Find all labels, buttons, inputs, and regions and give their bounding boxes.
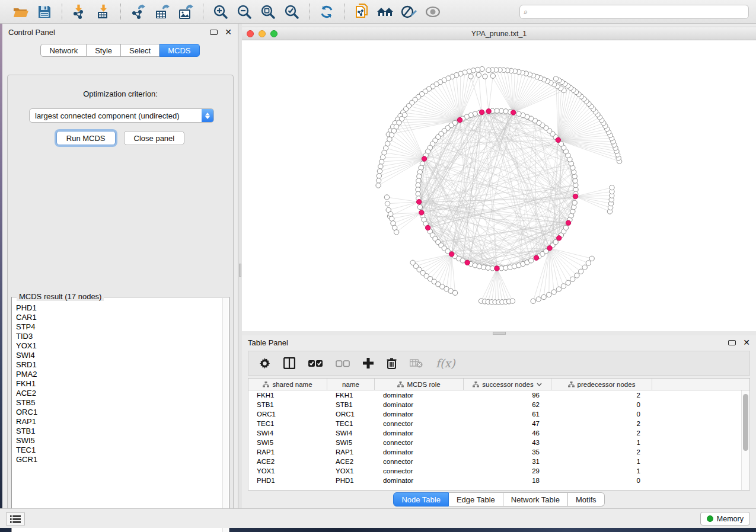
cell-shared-name: ORC1 [248, 411, 327, 418]
zoom-in-icon[interactable] [210, 3, 231, 21]
column-header-shared-name[interactable]: shared name [248, 379, 327, 390]
mcds-result-list[interactable]: PHD1CAR1STP4TID3YOX1SWI4SRD1PMA2FKH1ACE2… [12, 298, 222, 532]
node-table: shared namenameMCDS rolesuccessor nodesp… [248, 378, 750, 491]
table-row[interactable]: PHD1PHD1dominator180 [248, 476, 741, 485]
mcds-result-item[interactable]: YOX1 [16, 341, 222, 351]
table-row[interactable]: SWI5SWI5connector431 [248, 438, 741, 447]
search-field[interactable]: ⌕ [519, 5, 749, 19]
network-graph[interactable] [242, 40, 756, 331]
column-header-name[interactable]: name [327, 379, 375, 390]
cell-name: TEC1 [327, 420, 375, 427]
tab-motifs[interactable]: Motifs [568, 492, 605, 507]
table-row[interactable]: FKH1FKH1dominator962 [248, 390, 741, 400]
select-all-icon[interactable] [308, 360, 323, 367]
mcds-tab-content: Optimization criterion: largest connecte… [7, 75, 234, 525]
cell-successor-nodes: 35 [464, 448, 551, 456]
network-overview-icon[interactable] [375, 3, 395, 21]
tab-select[interactable]: Select [121, 44, 160, 57]
close-panel-button[interactable]: Close panel [124, 131, 185, 145]
export-table-icon[interactable] [152, 3, 172, 21]
mcds-list-scrollbar[interactable] [222, 298, 228, 532]
mcds-result-item[interactable]: FKH1 [16, 379, 222, 389]
status-bar: Memory [0, 508, 756, 528]
export-image-icon[interactable] [176, 3, 196, 21]
tab-node-table[interactable]: Node Table [393, 492, 449, 507]
optimization-criterion-label: Optimization criterion: [8, 89, 233, 98]
vertical-splitter-handle[interactable] [239, 264, 241, 277]
run-mcds-button[interactable]: Run MCDS [56, 131, 116, 145]
table-row[interactable]: ACE2ACE2connector311 [248, 457, 741, 466]
mcds-result-item[interactable]: STB1 [16, 427, 222, 436]
mcds-result-item[interactable]: PHD1 [16, 303, 222, 313]
memory-button[interactable]: Memory [700, 512, 750, 525]
float-table-panel-icon[interactable] [728, 340, 736, 345]
mcds-result-item[interactable]: RAP1 [16, 417, 222, 427]
mcds-result-item[interactable]: SWI4 [16, 351, 222, 360]
table-row[interactable]: YOX1YOX1connector291 [248, 466, 741, 476]
show-panels-menu-button[interactable] [6, 512, 25, 525]
network-view-window: YPA_prune.txt_1 [242, 24, 756, 331]
horizontal-splitter[interactable] [242, 331, 756, 335]
toolbar-separator [344, 4, 344, 20]
table-row[interactable]: ORC1ORC1dominator610 [248, 409, 741, 419]
network-canvas[interactable] [242, 40, 756, 331]
tab-network-table[interactable]: Network Table [503, 492, 568, 507]
import-table-icon[interactable] [93, 3, 113, 21]
tab-edge-table[interactable]: Edge Table [449, 492, 503, 507]
column-header-MCDS-role[interactable]: MCDS role [375, 379, 464, 390]
cell-predecessor-nodes: 0 [551, 411, 652, 418]
mcds-result-item[interactable]: SWI5 [16, 436, 222, 446]
deselect-all-icon[interactable] [336, 360, 350, 367]
add-column-icon[interactable] [363, 358, 374, 368]
mcds-result-item[interactable]: CAR1 [16, 313, 222, 322]
search-icon: ⌕ [524, 7, 528, 17]
table-panel-tabs: Node TableEdge TableNetwork TableMotifs [242, 492, 756, 507]
horizontal-splitter-handle[interactable] [493, 332, 506, 335]
cell-name: YOX1 [327, 467, 375, 475]
graphics-details-icon[interactable] [399, 3, 419, 21]
close-panel-icon[interactable]: ✕ [225, 28, 232, 36]
table-row[interactable]: STB1STB1dominator620 [248, 400, 741, 409]
cytoscape-window: ⌕ Control Panel ✕ NetworkStyleSelectMCDS… [0, 0, 756, 532]
mcds-result-item[interactable]: STP4 [16, 322, 222, 332]
mcds-result-item[interactable]: TEC1 [16, 446, 222, 455]
zoom-selected-icon[interactable] [282, 3, 302, 21]
zoom-out-icon[interactable] [234, 3, 254, 21]
zoom-fit-icon[interactable] [258, 3, 278, 21]
search-input[interactable] [528, 6, 748, 18]
mcds-result-item[interactable]: ORC1 [16, 408, 222, 417]
refresh-layout-icon[interactable] [317, 3, 337, 21]
float-panel-icon[interactable] [210, 30, 218, 35]
column-header-predecessor-nodes[interactable]: predecessor nodes [551, 379, 652, 390]
tab-network[interactable]: Network [40, 44, 87, 57]
table-scrollbar[interactable] [741, 390, 749, 490]
delete-icon[interactable] [387, 358, 397, 369]
mcds-result-item[interactable]: TID3 [16, 332, 222, 341]
open-file-icon[interactable] [11, 3, 31, 21]
settings-gear-icon[interactable] [259, 358, 270, 369]
mcds-result-item[interactable]: STB5 [16, 398, 222, 408]
close-table-panel-icon[interactable]: ✕ [743, 338, 750, 347]
mcds-result-item[interactable]: GCR1 [16, 455, 222, 464]
new-network-from-selection-icon[interactable] [352, 3, 372, 21]
table-row[interactable]: TEC1TEC1connector472 [248, 419, 741, 428]
mcds-result-item[interactable]: ACE2 [16, 389, 222, 398]
table-row[interactable]: SWI4SWI4dominator462 [248, 428, 741, 438]
export-network-icon[interactable] [128, 3, 148, 21]
mcds-result-item[interactable]: PMA2 [16, 370, 222, 379]
show-hide-icon[interactable] [423, 3, 443, 21]
tab-style[interactable]: Style [87, 44, 121, 57]
import-network-icon[interactable] [69, 3, 90, 21]
save-session-icon[interactable] [34, 3, 55, 21]
cell-shared-name: STB1 [248, 401, 327, 408]
mcds-result-box: MCDS result (17 nodes) PHD1CAR1STP4TID3Y… [11, 297, 229, 532]
cell-MCDS-role: dominator [375, 430, 464, 437]
mcds-result-item[interactable]: SRD1 [16, 360, 222, 370]
column-header-successor-nodes[interactable]: successor nodes [464, 379, 551, 390]
tab-mcds[interactable]: MCDS [160, 44, 199, 57]
table-row[interactable]: RAP1RAP1dominator352 [248, 447, 741, 457]
table-scrollbar-thumb[interactable] [743, 394, 748, 451]
optimization-criterion-dropdown[interactable]: largest connected component (undirected) [29, 108, 214, 123]
column-layout-icon[interactable] [283, 357, 295, 369]
cell-shared-name: FKH1 [248, 392, 327, 399]
